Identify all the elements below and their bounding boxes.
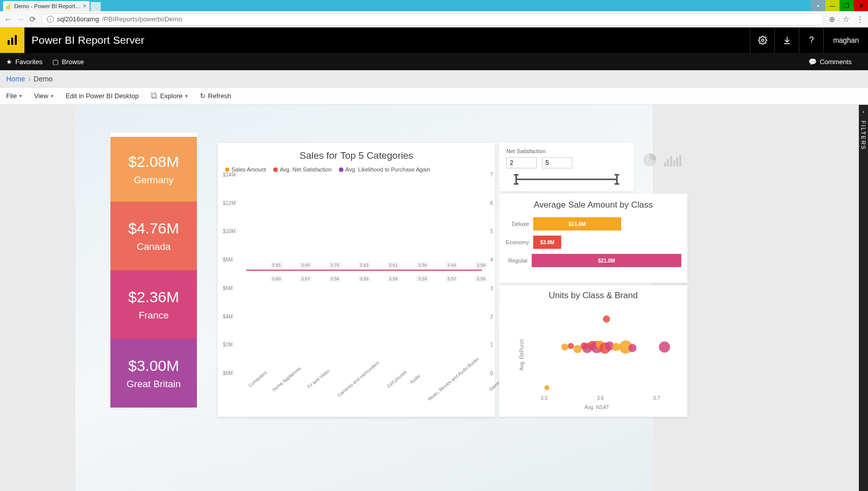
star-icon: ★ bbox=[6, 58, 12, 66]
kpi-card[interactable]: $2.36MFrance bbox=[110, 270, 197, 339]
kpi-card[interactable]: $2.08MGermany bbox=[110, 133, 197, 201]
chart-plot-area: $0M$2M$4M$6M$8M$10M$12M$14M01234567$12.3… bbox=[242, 175, 486, 373]
product-title: Power BI Report Server bbox=[32, 34, 144, 46]
window-titlebar: Demo - Power BI Report… × ▪ — ❐ ✕ bbox=[0, 0, 868, 11]
explore-icon: ⿻ bbox=[151, 92, 158, 100]
reload-button[interactable]: ⟳ bbox=[30, 15, 36, 24]
filters-panel-toggle[interactable]: ‹ FILTERS bbox=[859, 105, 868, 491]
x-tick: 3.6 bbox=[597, 395, 604, 401]
mini-visuals-placeholder bbox=[639, 145, 685, 175]
new-tab-button[interactable] bbox=[91, 2, 101, 11]
powerbi-logo[interactable] bbox=[0, 27, 24, 53]
line-series bbox=[246, 270, 482, 271]
user-menu[interactable]: maghan bbox=[823, 27, 868, 53]
help-button[interactable]: ? bbox=[799, 27, 823, 53]
slider-handle-max[interactable] bbox=[616, 176, 618, 183]
site-info-icon[interactable]: i bbox=[47, 16, 54, 23]
report-area: ‹ FILTERS $2.08MGermany$4.76MCanada$2.36… bbox=[0, 105, 868, 491]
legend-swatch bbox=[273, 167, 278, 172]
breadcrumb: Home › Demo bbox=[0, 70, 868, 88]
y2-tick: 1 bbox=[490, 342, 493, 348]
refresh-icon: ↻ bbox=[200, 92, 206, 100]
download-button[interactable] bbox=[774, 27, 799, 53]
kpi-card[interactable]: $4.76MCanada bbox=[110, 201, 197, 270]
favorites-nav[interactable]: ★Favorites bbox=[6, 58, 42, 66]
svg-rect-1 bbox=[11, 38, 13, 45]
scatter-point[interactable] bbox=[561, 343, 568, 351]
slicer-slider[interactable] bbox=[506, 175, 627, 185]
data-label: 3.59 bbox=[475, 262, 487, 268]
y2-tick: 0 bbox=[490, 370, 493, 376]
avg-sale-by-class-chart[interactable]: Average Sale Amount by Class Deluxe$11.6… bbox=[499, 194, 687, 283]
sales-top5-chart[interactable]: Sales for Top 5 Categories Sales AmountA… bbox=[218, 143, 495, 417]
data-label: 3.75 bbox=[329, 262, 341, 268]
chart-x-labels: ComputersHome AppliancesTV and VideoCame… bbox=[242, 374, 486, 399]
y-tick: $0M bbox=[223, 370, 233, 376]
close-window-button[interactable]: ✕ bbox=[854, 0, 868, 11]
view-menu[interactable]: View bbox=[34, 92, 53, 100]
chart-legend: Sales AmountAvg. Net SatisfactionAvg. Li… bbox=[218, 164, 495, 175]
y-tick: $14M bbox=[223, 172, 236, 178]
menu-icon[interactable]: ⋮ bbox=[856, 15, 864, 24]
scatter-point[interactable] bbox=[628, 344, 636, 352]
minimize-button[interactable]: — bbox=[825, 0, 840, 11]
comments-nav[interactable]: 💬Comments bbox=[808, 58, 852, 66]
legend-swatch bbox=[225, 167, 229, 172]
y-tick: $12M bbox=[223, 200, 236, 206]
y-tick: $4M bbox=[223, 313, 233, 319]
class-label: Deluxe bbox=[505, 221, 533, 227]
y2-tick: 6 bbox=[490, 200, 493, 206]
data-label: 3.59 bbox=[358, 276, 370, 282]
kpi-card[interactable]: $3.00MGreat Britain bbox=[110, 339, 197, 408]
legend-swatch bbox=[339, 167, 343, 172]
class-row: Regular$21.0M bbox=[505, 254, 681, 267]
user-icon[interactable]: ▪ bbox=[811, 0, 825, 11]
class-bar[interactable]: $11.6M bbox=[533, 217, 621, 230]
x-tick: 3.7 bbox=[653, 395, 660, 401]
breadcrumb-home[interactable]: Home bbox=[6, 75, 25, 83]
y2-tick: 7 bbox=[490, 172, 493, 178]
class-bar[interactable]: $21.0M bbox=[532, 254, 681, 267]
slicer-min-input[interactable] bbox=[506, 157, 537, 168]
scatter-x-label: Avg. NSAT bbox=[585, 405, 610, 410]
class-row: Economy$3.8M bbox=[505, 236, 681, 249]
units-by-class-brand-chart[interactable]: Units by Class & Brand Avg. RePurch Avg.… bbox=[499, 285, 687, 417]
nav-bar: ★Favorites ▢Browse 💬Comments bbox=[0, 53, 868, 70]
bars-icon bbox=[664, 153, 681, 166]
class-bar[interactable]: $3.8M bbox=[533, 236, 561, 249]
kpi-label: France bbox=[138, 310, 168, 321]
slider-handle-min[interactable] bbox=[515, 176, 517, 183]
file-menu[interactable]: File bbox=[6, 92, 22, 100]
kpi-value: $3.00M bbox=[128, 357, 179, 374]
data-label: 3.59 bbox=[417, 276, 429, 282]
zoom-icon[interactable]: ⊕ bbox=[829, 15, 835, 24]
scatter-point[interactable] bbox=[544, 385, 549, 390]
refresh-button[interactable]: ↻Refresh bbox=[200, 92, 232, 100]
net-satisfaction-slicer[interactable]: Net Satisfaction bbox=[499, 143, 634, 191]
browse-nav[interactable]: ▢Browse bbox=[52, 58, 83, 66]
data-label: 3.56 bbox=[329, 276, 341, 282]
browser-tab[interactable]: Demo - Power BI Report… × bbox=[3, 1, 90, 11]
scatter-point[interactable] bbox=[603, 315, 610, 323]
edit-desktop-button[interactable]: Edit in Power BI Desktop bbox=[66, 92, 139, 100]
data-label: 3.63 bbox=[358, 262, 370, 268]
scatter-y-label: Avg. RePurch bbox=[519, 339, 525, 370]
explore-menu[interactable]: ⿻Explore bbox=[151, 92, 188, 100]
back-button[interactable]: ← bbox=[4, 15, 12, 23]
report-canvas: $2.08MGermany$4.76MCanada$2.36MFrance$3.… bbox=[75, 105, 653, 491]
url-field[interactable]: i sql2016oramg/PBIReports/powerbi/Demo bbox=[41, 13, 824, 25]
slicer-max-input[interactable] bbox=[542, 157, 572, 168]
data-label: 3.56 bbox=[417, 262, 429, 268]
y2-tick: 2 bbox=[490, 313, 493, 319]
comment-icon: 💬 bbox=[808, 58, 817, 66]
powerbi-favicon bbox=[6, 3, 12, 9]
maximize-button[interactable]: ❐ bbox=[840, 0, 854, 11]
scatter-point[interactable] bbox=[659, 341, 670, 353]
close-tab-icon[interactable]: × bbox=[83, 3, 86, 10]
class-label: Regular bbox=[505, 257, 532, 264]
class-label: Economy bbox=[505, 239, 533, 245]
address-bar: ← → ⟳ i sql2016oramg/PBIReports/powerbi/… bbox=[0, 11, 868, 27]
settings-button[interactable] bbox=[750, 27, 774, 53]
bookmark-icon[interactable]: ☆ bbox=[843, 15, 849, 24]
data-label: 3.60 bbox=[270, 276, 282, 282]
